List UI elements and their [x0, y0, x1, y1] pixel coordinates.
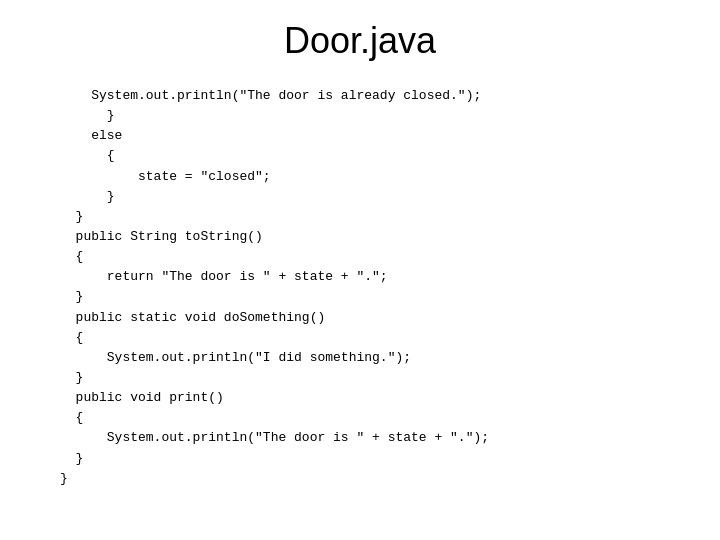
code-line: { [60, 328, 720, 348]
code-line: System.out.println("The door is already … [60, 86, 720, 106]
code-line: public void print() [60, 388, 720, 408]
code-line: return "The door is " + state + "."; [60, 267, 720, 287]
code-line: System.out.println("I did something."); [60, 348, 720, 368]
code-block: System.out.println("The door is already … [0, 86, 720, 489]
code-line: } [60, 449, 720, 469]
code-line: } [60, 287, 720, 307]
code-line: } [60, 469, 720, 489]
code-line: } [60, 368, 720, 388]
code-line: { [60, 408, 720, 428]
code-line: else [60, 126, 720, 146]
code-line: System.out.println("The door is " + stat… [60, 428, 720, 448]
code-line: public String toString() [60, 227, 720, 247]
code-line: { [60, 146, 720, 166]
code-line: state = "closed"; [60, 167, 720, 187]
page-title: Door.java [284, 20, 436, 62]
code-line: public static void doSomething() [60, 308, 720, 328]
code-line: } [60, 106, 720, 126]
code-line: } [60, 187, 720, 207]
code-line: { [60, 247, 720, 267]
code-line: } [60, 207, 720, 227]
page-container: Door.java System.out.println("The door i… [0, 0, 720, 540]
